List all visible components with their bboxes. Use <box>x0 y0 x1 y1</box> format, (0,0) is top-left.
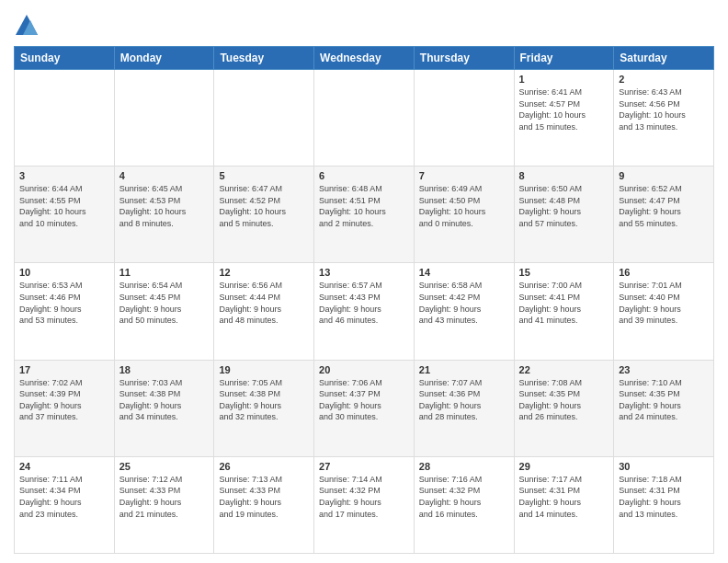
day-info: Sunrise: 6:58 AM Sunset: 4:42 PM Dayligh… <box>419 280 509 326</box>
calendar-cell: 5Sunrise: 6:47 AM Sunset: 4:52 PM Daylig… <box>214 167 314 263</box>
day-number: 4 <box>119 170 210 181</box>
calendar-cell: 21Sunrise: 7:07 AM Sunset: 4:36 PM Dayli… <box>414 360 514 456</box>
calendar-cell: 23Sunrise: 7:10 AM Sunset: 4:35 PM Dayli… <box>614 360 714 456</box>
day-info: Sunrise: 7:18 AM Sunset: 4:31 PM Dayligh… <box>619 474 709 520</box>
calendar-header-thursday: Thursday <box>414 47 514 70</box>
day-info: Sunrise: 6:48 AM Sunset: 4:51 PM Dayligh… <box>319 183 409 229</box>
calendar-header-friday: Friday <box>514 47 614 70</box>
calendar-cell: 22Sunrise: 7:08 AM Sunset: 4:35 PM Dayli… <box>514 360 614 456</box>
day-info: Sunrise: 7:14 AM Sunset: 4:32 PM Dayligh… <box>319 474 409 520</box>
calendar-cell: 16Sunrise: 7:01 AM Sunset: 4:40 PM Dayli… <box>614 263 714 360</box>
calendar-cell: 13Sunrise: 6:57 AM Sunset: 4:43 PM Dayli… <box>314 263 415 360</box>
calendar-cell: 18Sunrise: 7:03 AM Sunset: 4:38 PM Dayli… <box>114 360 214 456</box>
calendar-cell: 14Sunrise: 6:58 AM Sunset: 4:42 PM Dayli… <box>414 263 514 360</box>
day-number: 5 <box>219 170 309 181</box>
day-number: 20 <box>319 364 409 375</box>
day-info: Sunrise: 7:10 AM Sunset: 4:35 PM Dayligh… <box>619 377 709 423</box>
day-number: 30 <box>619 461 709 472</box>
calendar-cell: 8Sunrise: 6:50 AM Sunset: 4:48 PM Daylig… <box>514 167 614 263</box>
day-info: Sunrise: 7:05 AM Sunset: 4:38 PM Dayligh… <box>219 377 309 423</box>
day-number: 22 <box>519 364 609 375</box>
day-number: 13 <box>319 267 409 278</box>
day-number: 28 <box>419 461 509 472</box>
day-info: Sunrise: 7:02 AM Sunset: 4:39 PM Dayligh… <box>19 377 109 423</box>
calendar-week-4: 17Sunrise: 7:02 AM Sunset: 4:39 PM Dayli… <box>15 360 714 456</box>
day-number: 29 <box>519 461 609 472</box>
calendar-cell <box>314 70 415 167</box>
day-info: Sunrise: 7:06 AM Sunset: 4:37 PM Dayligh… <box>319 377 409 423</box>
day-info: Sunrise: 6:53 AM Sunset: 4:46 PM Dayligh… <box>19 280 109 326</box>
calendar-cell: 30Sunrise: 7:18 AM Sunset: 4:31 PM Dayli… <box>614 456 714 553</box>
calendar-week-3: 10Sunrise: 6:53 AM Sunset: 4:46 PM Dayli… <box>15 263 714 360</box>
day-info: Sunrise: 7:17 AM Sunset: 4:31 PM Dayligh… <box>519 474 609 520</box>
day-number: 18 <box>119 364 210 375</box>
day-info: Sunrise: 6:41 AM Sunset: 4:57 PM Dayligh… <box>519 86 609 132</box>
day-info: Sunrise: 6:47 AM Sunset: 4:52 PM Dayligh… <box>219 183 309 229</box>
day-info: Sunrise: 6:49 AM Sunset: 4:50 PM Dayligh… <box>419 183 509 229</box>
day-number: 15 <box>519 267 609 278</box>
calendar-cell: 2Sunrise: 6:43 AM Sunset: 4:56 PM Daylig… <box>614 70 714 167</box>
calendar-cell: 26Sunrise: 7:13 AM Sunset: 4:33 PM Dayli… <box>214 456 314 553</box>
calendar-cell: 27Sunrise: 7:14 AM Sunset: 4:32 PM Dayli… <box>314 456 415 553</box>
calendar-cell: 1Sunrise: 6:41 AM Sunset: 4:57 PM Daylig… <box>514 70 614 167</box>
logo <box>14 13 41 39</box>
calendar-cell: 6Sunrise: 6:48 AM Sunset: 4:51 PM Daylig… <box>314 167 415 263</box>
day-number: 10 <box>19 267 109 278</box>
day-info: Sunrise: 7:03 AM Sunset: 4:38 PM Dayligh… <box>119 377 210 423</box>
calendar-cell: 12Sunrise: 6:56 AM Sunset: 4:44 PM Dayli… <box>214 263 314 360</box>
page: SundayMondayTuesdayWednesdayThursdayFrid… <box>0 0 728 563</box>
calendar-cell: 25Sunrise: 7:12 AM Sunset: 4:33 PM Dayli… <box>114 456 214 553</box>
day-number: 25 <box>119 461 210 472</box>
day-number: 17 <box>19 364 109 375</box>
day-info: Sunrise: 7:16 AM Sunset: 4:32 PM Dayligh… <box>419 474 509 520</box>
day-info: Sunrise: 7:08 AM Sunset: 4:35 PM Dayligh… <box>519 377 609 423</box>
day-number: 6 <box>319 170 409 181</box>
day-info: Sunrise: 6:44 AM Sunset: 4:55 PM Dayligh… <box>19 183 109 229</box>
calendar-cell <box>414 70 514 167</box>
calendar-cell <box>214 70 314 167</box>
logo-icon <box>14 13 40 39</box>
calendar-header-saturday: Saturday <box>614 47 714 70</box>
calendar-week-5: 24Sunrise: 7:11 AM Sunset: 4:34 PM Dayli… <box>15 456 714 553</box>
day-info: Sunrise: 7:07 AM Sunset: 4:36 PM Dayligh… <box>419 377 509 423</box>
day-number: 12 <box>219 267 309 278</box>
day-info: Sunrise: 6:56 AM Sunset: 4:44 PM Dayligh… <box>219 280 309 326</box>
day-info: Sunrise: 7:12 AM Sunset: 4:33 PM Dayligh… <box>119 474 210 520</box>
calendar-cell: 3Sunrise: 6:44 AM Sunset: 4:55 PM Daylig… <box>15 167 115 263</box>
calendar-header-tuesday: Tuesday <box>214 47 314 70</box>
calendar-cell: 15Sunrise: 7:00 AM Sunset: 4:41 PM Dayli… <box>514 263 614 360</box>
day-number: 27 <box>319 461 409 472</box>
header <box>14 9 714 39</box>
calendar-cell: 24Sunrise: 7:11 AM Sunset: 4:34 PM Dayli… <box>15 456 115 553</box>
day-number: 7 <box>419 170 509 181</box>
calendar-cell: 20Sunrise: 7:06 AM Sunset: 4:37 PM Dayli… <box>314 360 415 456</box>
calendar-cell <box>114 70 214 167</box>
day-number: 14 <box>419 267 509 278</box>
day-number: 26 <box>219 461 309 472</box>
day-info: Sunrise: 7:01 AM Sunset: 4:40 PM Dayligh… <box>619 280 709 326</box>
day-number: 1 <box>519 74 609 85</box>
day-number: 2 <box>619 74 709 85</box>
day-info: Sunrise: 6:52 AM Sunset: 4:47 PM Dayligh… <box>619 183 709 229</box>
calendar-cell: 29Sunrise: 7:17 AM Sunset: 4:31 PM Dayli… <box>514 456 614 553</box>
calendar-cell: 11Sunrise: 6:54 AM Sunset: 4:45 PM Dayli… <box>114 263 214 360</box>
calendar-cell: 4Sunrise: 6:45 AM Sunset: 4:53 PM Daylig… <box>114 167 214 263</box>
day-number: 9 <box>619 170 709 181</box>
day-info: Sunrise: 7:11 AM Sunset: 4:34 PM Dayligh… <box>19 474 109 520</box>
calendar-header-sunday: Sunday <box>15 47 115 70</box>
calendar-header-row: SundayMondayTuesdayWednesdayThursdayFrid… <box>15 47 714 70</box>
day-info: Sunrise: 6:43 AM Sunset: 4:56 PM Dayligh… <box>619 86 709 132</box>
day-number: 3 <box>19 170 109 181</box>
calendar-header-wednesday: Wednesday <box>314 47 415 70</box>
calendar-cell: 9Sunrise: 6:52 AM Sunset: 4:47 PM Daylig… <box>614 167 714 263</box>
day-info: Sunrise: 7:13 AM Sunset: 4:33 PM Dayligh… <box>219 474 309 520</box>
day-number: 19 <box>219 364 309 375</box>
calendar-cell: 10Sunrise: 6:53 AM Sunset: 4:46 PM Dayli… <box>15 263 115 360</box>
day-number: 23 <box>619 364 709 375</box>
day-info: Sunrise: 6:45 AM Sunset: 4:53 PM Dayligh… <box>119 183 210 229</box>
day-number: 21 <box>419 364 509 375</box>
calendar-week-1: 1Sunrise: 6:41 AM Sunset: 4:57 PM Daylig… <box>15 70 714 167</box>
calendar-header-monday: Monday <box>114 47 214 70</box>
day-info: Sunrise: 6:54 AM Sunset: 4:45 PM Dayligh… <box>119 280 210 326</box>
calendar-table: SundayMondayTuesdayWednesdayThursdayFrid… <box>14 46 714 554</box>
